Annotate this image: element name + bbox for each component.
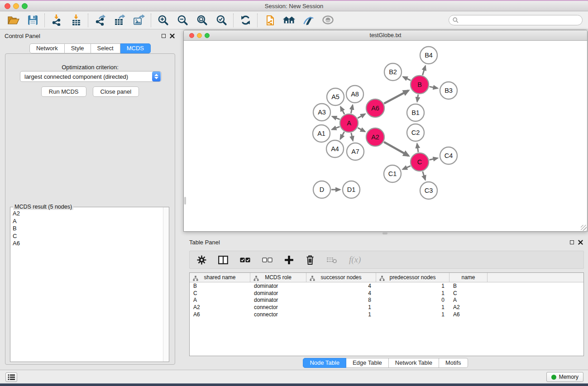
list-icon [8,374,15,380]
graph-node-label: A4 [331,145,339,152]
tab-select[interactable]: Select [91,43,120,53]
show-graphics-details-icon[interactable] [320,14,335,27]
criterion-dropdown[interactable]: largest connected component (directed) [20,71,162,82]
graph-node-label: C1 [388,170,397,177]
window-titlebar[interactable]: Session: New Session [0,1,588,11]
search-input[interactable] [461,17,578,24]
first-neighbors-icon[interactable] [281,14,296,27]
deselect-all-columns-icon[interactable] [262,257,272,262]
column-header-successor-nodes[interactable]: successor nodes [306,273,376,282]
column-header-predecessor-nodes[interactable]: predecessor nodes [376,273,449,282]
graph-edge-A2-C[interactable] [384,142,408,156]
column-header-shared-name[interactable]: shared name [190,273,250,282]
graph-edge-A-A4[interactable] [340,132,344,139]
import-table-icon[interactable] [68,14,84,27]
graph-edge-B-B4[interactable] [423,66,425,75]
tab-node-table[interactable]: Node Table [303,358,346,368]
export-table-icon[interactable] [112,14,127,27]
delete-table-icon[interactable] [326,256,337,264]
result-scrollbar[interactable] [163,207,169,362]
table-row[interactable]: Adominator80A [190,297,583,304]
table-options-icon[interactable] [197,255,206,265]
graph-edge-A-A6[interactable] [358,114,365,118]
graph-edge-C-C1[interactable] [403,166,411,169]
new-network-from-selection-icon[interactable] [262,14,277,27]
float-panel-icon[interactable] [162,34,166,38]
export-network-icon[interactable] [92,14,108,27]
tab-network[interactable]: Network [29,43,65,53]
table-row[interactable]: Bdominator41B [190,282,583,290]
tab-mcds[interactable]: MCDS [120,43,151,53]
memory-button[interactable]: Memory [546,372,583,382]
select-all-columns-icon[interactable] [240,257,250,262]
graph-edge-C-C3[interactable] [423,172,425,180]
graph-edge-C-C4[interactable] [430,158,438,160]
toggle-panel-layout-icon[interactable] [218,256,228,264]
column-header-mcds-role[interactable]: MCDS role [250,273,306,282]
column-header-name[interactable]: name [449,273,488,282]
search-field[interactable] [449,15,583,25]
task-history-button[interactable] [5,372,17,382]
graph-edge-B-B2[interactable] [403,77,411,81]
save-session-icon[interactable] [25,14,40,27]
open-session-icon[interactable] [5,14,21,27]
column-header-filler [488,273,583,282]
graph-edge-A-A3[interactable] [332,116,339,119]
tab-motifs[interactable]: Motifs [439,358,468,368]
function-builder-icon[interactable]: f(x) [349,255,361,265]
graph-node-label: B3 [445,87,453,94]
window-resize-grip[interactable] [581,225,587,231]
delete-columns-icon[interactable] [306,255,315,265]
table-cell: 1 [306,304,376,310]
close-panel-button[interactable]: Close panel [93,86,139,97]
graph-edge-A-A2[interactable] [358,128,365,131]
zoom-out-icon[interactable] [175,14,190,27]
network-view-window: testGlobe.txt B4B2BB3A8A5A6A3B1AC2A1A2A4… [183,30,588,232]
graph-edge-B-B3[interactable] [430,86,438,88]
network-window-titlebar[interactable]: testGlobe.txt [184,30,587,41]
import-network-icon[interactable] [49,14,64,27]
graph-edge-A6-B[interactable] [384,91,408,104]
refresh-view-icon[interactable] [238,14,253,27]
mcds-result-item[interactable]: C [13,233,163,240]
graph-edge-A-A1[interactable] [332,127,339,129]
canvas-left-grip[interactable] [184,197,186,205]
graph-edge-A-A5[interactable] [341,107,344,114]
close-panel-icon[interactable] [170,33,175,38]
graph-node-label: A7 [351,148,359,155]
table-row[interactable]: A6connector11A6 [190,311,583,318]
memory-status-icon [551,375,556,380]
tab-network-table[interactable]: Network Table [389,358,439,368]
panel-splitter-grip[interactable] [382,232,387,234]
network-canvas[interactable]: B4B2BB3A8A5A6A3B1AC2A1A2A4A7C4CC1DD1C3 [184,41,587,231]
mcds-result-item[interactable]: A2 [13,210,163,218]
table-row[interactable]: A2connector11A2 [190,304,583,311]
table-row[interactable]: Cdominator41C [190,290,583,297]
mcds-result-item[interactable]: A6 [13,240,163,248]
table-cell: A [449,297,488,303]
add-column-icon[interactable] [284,255,294,265]
table-panel: Table Panel [183,235,588,368]
graph-node-label: A3 [318,109,326,116]
graph-node-label: D [320,186,324,193]
control-panel-tabs: NetworkStyleSelectMCDS [2,43,178,53]
float-table-panel-icon[interactable] [570,240,574,244]
export-image-icon[interactable] [131,14,147,27]
table-cell: 0 [376,297,449,303]
zoom-fit-icon[interactable] [194,14,210,27]
table-cell: dominator [250,283,306,289]
mcds-result-item[interactable]: B [13,225,163,233]
zoom-in-icon[interactable] [155,14,171,27]
zoom-selected-icon[interactable] [214,14,229,27]
close-table-panel-icon[interactable] [578,240,583,245]
tab-edge-table[interactable]: Edge Table [346,358,389,368]
graph-edge-A-A8[interactable] [351,105,353,114]
graph-edge-B-B1[interactable] [417,95,418,102]
run-mcds-button[interactable]: Run MCDS [41,86,86,97]
mcds-result-item[interactable]: A [13,218,163,225]
table-cell: 1 [306,311,376,318]
graph-edge-C-C2[interactable] [417,144,418,152]
graph-edge-A-A7[interactable] [351,133,353,141]
hide-annotations-icon[interactable] [301,14,316,27]
tab-style[interactable]: Style [65,43,91,53]
